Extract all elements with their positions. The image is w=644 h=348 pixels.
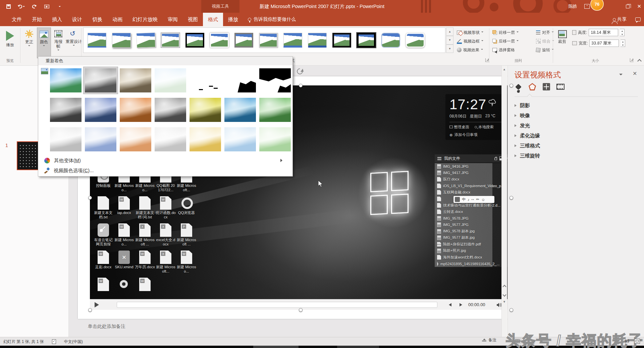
tab-文件[interactable]: 文件 bbox=[7, 13, 27, 26]
recolor-swatch[interactable] bbox=[155, 127, 186, 151]
video-style-thumb[interactable] bbox=[161, 33, 180, 48]
video-style-thumb[interactable] bbox=[112, 33, 131, 48]
send-backward-button[interactable]: 后移一层 bbox=[492, 38, 519, 45]
restore-window-button[interactable] bbox=[626, 5, 630, 8]
comments-icon[interactable] bbox=[635, 17, 641, 21]
reset-design-button[interactable]: ↺ 重置设计 bbox=[65, 27, 83, 47]
recolor-swatch[interactable] bbox=[85, 98, 116, 122]
width-spinner[interactable]: ▲▼ bbox=[621, 40, 625, 47]
selection-handle-top-right[interactable] bbox=[509, 84, 513, 87]
video-style-thumb[interactable] bbox=[283, 33, 302, 48]
pane-close-button[interactable]: ✕ bbox=[633, 70, 637, 77]
video-style-thumb[interactable] bbox=[332, 33, 351, 48]
pane-section[interactable]: 发光 bbox=[515, 121, 638, 131]
video-progress-bar[interactable] bbox=[117, 302, 437, 308]
video-style-thumb[interactable] bbox=[259, 33, 278, 48]
video-style-thumb[interactable] bbox=[136, 32, 156, 48]
recolor-swatch[interactable] bbox=[50, 127, 82, 151]
tab-插入[interactable]: 插入 bbox=[47, 13, 67, 26]
ribbon-display-options-button[interactable]: ⌃ bbox=[584, 4, 590, 9]
rotate-button[interactable]: 旋转 bbox=[536, 46, 554, 54]
poster-frame-button[interactable]: 海报帧 bbox=[52, 27, 65, 52]
pane-section[interactable]: 三维旋转 bbox=[515, 151, 638, 161]
selection-handle-top-middle[interactable] bbox=[299, 84, 303, 87]
more-variants-item[interactable]: 其他变体(M) bbox=[38, 155, 292, 165]
tab-格式[interactable]: 格式 bbox=[203, 13, 223, 26]
recolor-swatch[interactable] bbox=[50, 98, 82, 122]
selection-handle-middle-left[interactable] bbox=[88, 196, 92, 200]
recolor-swatch[interactable] bbox=[224, 127, 256, 151]
customize-qat-button[interactable] bbox=[56, 2, 63, 10]
recolor-swatch[interactable] bbox=[120, 68, 151, 92]
tab-播放[interactable]: 播放 bbox=[223, 13, 243, 26]
video-style-thumb[interactable] bbox=[357, 33, 376, 48]
recolor-swatch[interactable] bbox=[190, 98, 221, 122]
bring-forward-button[interactable]: 前移一层 bbox=[492, 29, 519, 36]
effects-tab[interactable] bbox=[528, 82, 537, 91]
pane-section[interactable]: 映像 bbox=[515, 111, 638, 121]
editor-scrollbar[interactable]: ▲ ▼ bbox=[501, 66, 507, 337]
next-slide-button[interactable] bbox=[502, 293, 506, 296]
color-button[interactable]: 颜色 bbox=[37, 27, 51, 58]
align-button[interactable]: 对齐 bbox=[536, 29, 554, 36]
crop-button[interactable]: 裁剪 bbox=[555, 27, 570, 44]
video-back-button[interactable] bbox=[449, 303, 451, 306]
language-status[interactable]: 中文(中国) bbox=[64, 339, 83, 345]
video-forward-button[interactable] bbox=[460, 303, 462, 306]
recolor-swatch[interactable] bbox=[50, 68, 82, 92]
size-properties-tab[interactable] bbox=[542, 82, 551, 91]
previous-slide-button[interactable] bbox=[502, 285, 506, 288]
fit-slide-button[interactable] bbox=[634, 339, 640, 344]
recolor-swatch[interactable] bbox=[85, 68, 116, 92]
undo-dropdown-arrow[interactable] bbox=[23, 6, 25, 8]
fill-line-tab[interactable] bbox=[514, 82, 523, 91]
selection-pane-button[interactable]: 选择窗格 bbox=[492, 46, 515, 54]
video-border-button[interactable]: 视频边框 bbox=[457, 38, 483, 45]
play-button[interactable]: 播放 bbox=[2, 27, 18, 47]
scroll-down-button[interactable]: ▼ bbox=[503, 300, 506, 303]
user-name[interactable]: 陈皓 bbox=[568, 3, 577, 9]
gallery-up-button[interactable]: ▲ bbox=[446, 27, 453, 36]
recolor-swatch[interactable] bbox=[120, 127, 151, 151]
notes-placeholder[interactable]: 单击此处添加备注 bbox=[88, 324, 125, 330]
recolor-swatch[interactable] bbox=[120, 98, 151, 122]
size-dialog-launcher[interactable] bbox=[630, 58, 634, 62]
video-style-thumb[interactable] bbox=[406, 33, 425, 48]
pane-options-chevron[interactable] bbox=[619, 74, 623, 77]
tab-切换[interactable]: 切换 bbox=[87, 13, 107, 26]
gallery-more-button[interactable]: ▼ bbox=[446, 45, 453, 53]
width-input[interactable]: 33.87 厘米 bbox=[589, 40, 619, 47]
pane-section[interactable]: 阴影 bbox=[515, 100, 638, 111]
tab-幻灯片放映[interactable]: 幻灯片放映 bbox=[127, 13, 163, 26]
tab-审阅[interactable]: 审阅 bbox=[163, 13, 183, 26]
video-style-thumb[interactable] bbox=[88, 33, 106, 48]
tell-me-box[interactable]: 告诉我你想要做什么 bbox=[248, 13, 296, 26]
height-input[interactable]: 18.14 厘米 bbox=[589, 29, 618, 36]
recolor-swatch[interactable] bbox=[259, 68, 291, 92]
video-effects-button[interactable]: 视频效果 bbox=[457, 46, 483, 54]
recolor-swatch[interactable] bbox=[224, 68, 256, 92]
video-play-button[interactable] bbox=[95, 302, 99, 307]
proofing-icon[interactable] bbox=[52, 339, 56, 344]
recolor-swatch[interactable] bbox=[259, 98, 291, 122]
styles-dialog-launcher[interactable] bbox=[485, 58, 489, 62]
video-shape-button[interactable]: 视频形状 bbox=[457, 29, 483, 36]
height-spinner[interactable]: ▲▼ bbox=[620, 29, 625, 36]
group-button[interactable]: 组合 bbox=[536, 38, 554, 45]
recolor-swatch[interactable] bbox=[155, 68, 186, 92]
tab-设计[interactable]: 设计 bbox=[67, 13, 87, 26]
scroll-up-button[interactable]: ▲ bbox=[503, 68, 506, 71]
undo-button[interactable] bbox=[17, 2, 25, 10]
redo-button[interactable] bbox=[30, 2, 38, 10]
selection-handle-bottom-middle[interactable] bbox=[299, 308, 303, 312]
recolor-swatch[interactable] bbox=[190, 68, 221, 92]
close-window-button[interactable]: ✕ bbox=[637, 3, 641, 9]
video-style-thumb[interactable] bbox=[210, 33, 229, 48]
selection-handle-bottom-right[interactable] bbox=[509, 308, 513, 312]
recolor-swatch[interactable] bbox=[224, 98, 256, 122]
recolor-swatch[interactable] bbox=[85, 127, 116, 151]
tab-视图[interactable]: 视图 bbox=[183, 13, 203, 26]
tab-开始[interactable]: 开始 bbox=[27, 13, 47, 26]
corrections-button[interactable]: 更正 bbox=[22, 27, 36, 47]
rotate-handle[interactable] bbox=[296, 67, 304, 75]
